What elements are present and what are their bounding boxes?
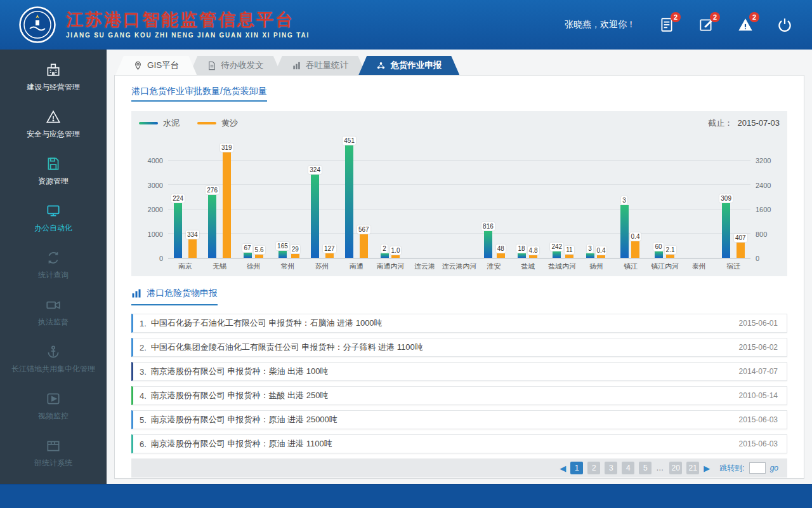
app-subtitle: JIANG SU GANG KOU ZHI NENG JIAN GUAN XIN… (66, 32, 310, 39)
declaration-row[interactable]: 4. 南京港股份有限公司 申报货种：盐酸 出港 250吨 2010-05-14 (131, 386, 787, 405)
content-panel: 港口危货作业审批数量/危货装卸量 水泥 黄沙 截 (114, 75, 804, 479)
sidebar-item-resource-management[interactable]: 资源管理 (0, 147, 107, 194)
plot-area: 224334276319675.61652932412745156721.081… (168, 137, 750, 258)
next-page-button[interactable]: ▶ (704, 464, 710, 473)
as-of-value: 2015-07-03 (738, 118, 780, 128)
bar-group: 30.4 (579, 137, 613, 258)
power-icon (776, 17, 793, 33)
app-title: 江苏港口智能监管信息平台 (66, 11, 310, 30)
tab-throughput-statistics[interactable]: 吞吐量统计 (274, 56, 367, 75)
x-axis-label: 南京 (168, 262, 202, 271)
bar-column: 67 (242, 137, 252, 258)
cement-bar (278, 251, 287, 258)
y-tick-left: 4000 (148, 157, 163, 164)
y-axis-left: 01000200030004000 (139, 137, 168, 258)
declaration-row[interactable]: 3. 南京港股份有限公司 申报货种：柴油 出港 100吨 2014-07-07 (131, 362, 787, 381)
page-button-20[interactable]: 20 (669, 462, 682, 474)
sand-bar (325, 253, 334, 258)
bar-group: 602.1 (648, 137, 682, 258)
prev-page-button[interactable]: ◀ (560, 464, 566, 473)
legend-label-sand: 黄沙 (221, 117, 238, 129)
app-root: 江苏港口智能监管信息平台 JIANG SU GANG KOU ZHI NENG … (0, 0, 812, 508)
tab-strip: GIS平台 待办收发文 吞吐量统计 (114, 56, 804, 75)
declaration-row[interactable]: 1. 中国石化扬子石油化工有限公司 申报货种：石脑油 进港 1000吨 2015… (131, 314, 787, 333)
declaration-row[interactable]: 2. 中国石化集团金陵石油化工有限责任公司 申报货种：分子筛料 进港 1100吨… (131, 338, 787, 357)
bar-column: 2 (381, 137, 389, 258)
documents-button[interactable]: 2 (658, 17, 675, 33)
y-tick-left: 2000 (148, 206, 163, 213)
declaration-date: 2015-06-01 (739, 319, 778, 328)
sidebar-item-safety-emergency[interactable]: 安全与应急管理 (0, 100, 107, 147)
tab-gis-platform[interactable]: GIS平台 (115, 56, 197, 75)
declaration-text: 南京港股份有限公司 申报货种：原油 进港 1100吨 (151, 438, 332, 450)
as-of-prefix: 截止： (708, 118, 733, 128)
declaration-date: 2015-06-02 (739, 343, 778, 352)
legend-swatch-cement (139, 122, 158, 124)
sidebar-item-anchorage-management[interactable]: 长江锚地共用集中化管理 (0, 335, 107, 382)
sidebar-item-label: 部统计系统 (30, 458, 76, 468)
declaration-row[interactable]: 6. 南京港股份有限公司 申报货种：原油 进港 1100吨 2015-06-03 (131, 434, 787, 453)
tab-label: 待办收发文 (221, 60, 264, 71)
bar-column: 3 (620, 137, 629, 258)
bar-value-label: 67 (242, 244, 252, 252)
sidebar-item-office-automation[interactable]: 办公自动化 (0, 194, 107, 241)
bar-group (442, 137, 476, 258)
sand-bar (737, 243, 745, 258)
bar-value-label: 242 (550, 243, 563, 251)
page-button-2[interactable]: 2 (587, 462, 600, 474)
compose-button[interactable]: 2 (698, 17, 714, 33)
x-axis-labels: 南京无锡徐州常州苏州南通南通内河连云港连云港内河淮安盐城盐城内河扬州镇江镇江内河… (139, 262, 780, 271)
bar-column: 1.0 (390, 137, 402, 258)
sidebar-item-law-enforcement[interactable]: 执法监督 (0, 288, 107, 335)
jump-to-input[interactable] (749, 462, 766, 474)
bar-group: 276319 (202, 137, 237, 258)
bar-column: 48 (496, 137, 506, 258)
bar-group: 309407 (716, 137, 750, 258)
plot-grid: 01000200030004000 224334276319675.616529… (139, 137, 780, 258)
sidebar-item-construction-management[interactable]: 建设与经营管理 (0, 53, 107, 100)
sidebar-item-ministry-statistics[interactable]: 部统计系统 (0, 429, 107, 476)
cement-bar (381, 253, 389, 258)
y-tick-right: 0 (756, 255, 759, 262)
declaration-row[interactable]: 5. 南京港股份有限公司 申报货种：原油 进港 25000吨 2015-06-0… (131, 410, 787, 429)
bar-value-label: 48 (496, 244, 506, 253)
sidebar-item-label: 统计查询 (34, 271, 72, 280)
pagination: ◀ 1 2 3 4 5 … 20 21 ▶ 跳转到: go (131, 458, 787, 478)
declaration-text: 南京港股份有限公司 申报货种：原油 进港 25000吨 (151, 414, 337, 425)
declaration-date: 2014-07-07 (739, 367, 778, 376)
page-button-3[interactable]: 3 (605, 462, 617, 474)
x-axis-label: 泰州 (682, 262, 716, 271)
sidebar-item-video-monitoring[interactable]: 视频监控 (0, 382, 107, 429)
sidebar-item-label: 视频监控 (34, 411, 72, 421)
bar-value-label: 319 (220, 144, 233, 152)
page-button-1[interactable]: 1 (570, 462, 583, 474)
tab-dangerous-goods-declaration[interactable]: 危货作业申报 (358, 56, 459, 75)
page-button-5[interactable]: 5 (639, 462, 652, 474)
video-monitoring-icon (45, 391, 62, 407)
ministry-statistics-icon (45, 438, 62, 454)
sidebar-item-label: 长江锚地共用集中化管理 (8, 364, 99, 374)
page-button-4[interactable]: 4 (622, 462, 634, 474)
alerts-button[interactable]: 2 (737, 17, 754, 33)
logout-button[interactable] (776, 17, 793, 33)
tab-label: 危货作业申报 (390, 60, 442, 71)
cement-bar (208, 195, 216, 258)
bar-value-label: 0.4 (596, 246, 607, 255)
declaration-number: 2. (140, 343, 147, 352)
tab-label: GIS平台 (147, 60, 179, 71)
declaration-number: 5. (140, 415, 147, 425)
sidebar-item-label: 建设与经营管理 (23, 83, 84, 92)
y-tick-right: 2400 (756, 182, 771, 189)
y-tick-right: 3200 (756, 157, 771, 164)
page-button-21[interactable]: 21 (686, 462, 699, 474)
sidebar-item-statistics-query[interactable]: 统计查询 (0, 241, 107, 288)
bar-column: 5.6 (254, 137, 265, 258)
bar-group: 451567 (339, 137, 374, 258)
bar-group (682, 137, 716, 258)
logo (19, 6, 56, 43)
go-button[interactable]: go (770, 464, 778, 472)
x-axis-label: 镇江内河 (648, 262, 682, 271)
tab-pending-documents[interactable]: 待办收发文 (189, 56, 282, 75)
bar-column: 319 (220, 137, 233, 258)
declaration-text: 南京港股份有限公司 申报货种：盐酸 出港 250吨 (151, 390, 329, 401)
